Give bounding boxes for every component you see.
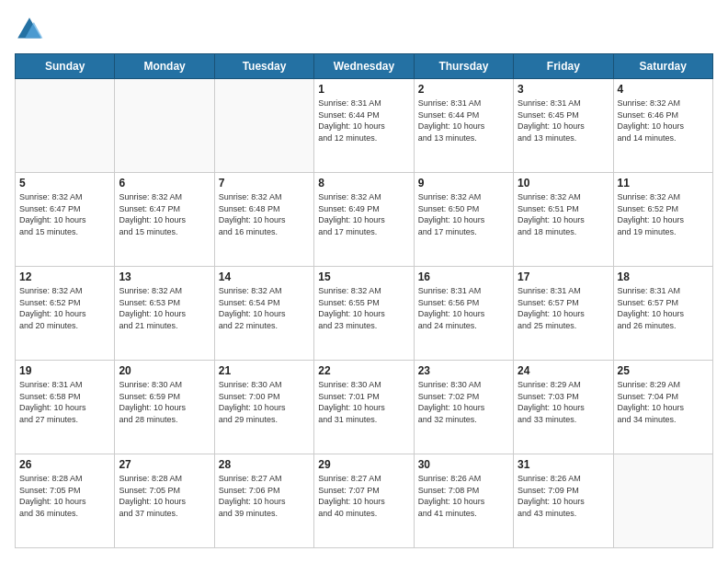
day-cell: 21Sunrise: 8:30 AMSunset: 7:00 PMDayligh… — [214, 361, 313, 454]
week-row-2: 12Sunrise: 8:32 AMSunset: 6:52 PMDayligh… — [16, 267, 713, 361]
day-info: Sunrise: 8:32 AMSunset: 6:47 PMDaylight:… — [119, 191, 210, 237]
day-info: Sunrise: 8:32 AMSunset: 6:49 PMDaylight:… — [318, 191, 409, 237]
day-info: Sunrise: 8:27 AMSunset: 7:06 PMDaylight:… — [219, 473, 310, 519]
day-number: 14 — [219, 270, 310, 283]
day-cell — [115, 79, 214, 173]
day-number: 8 — [318, 177, 409, 190]
day-info: Sunrise: 8:32 AMSunset: 6:48 PMDaylight:… — [219, 191, 310, 237]
day-number: 21 — [219, 364, 310, 377]
day-cell: 6Sunrise: 8:32 AMSunset: 6:47 PMDaylight… — [115, 173, 214, 267]
day-number: 25 — [618, 364, 709, 377]
day-cell: 28Sunrise: 8:27 AMSunset: 7:06 PMDayligh… — [214, 454, 313, 548]
day-cell: 5Sunrise: 8:32 AMSunset: 6:47 PMDaylight… — [16, 173, 115, 267]
day-cell: 25Sunrise: 8:29 AMSunset: 7:04 PMDayligh… — [613, 361, 712, 454]
day-number: 1 — [318, 83, 409, 96]
day-info: Sunrise: 8:29 AMSunset: 7:04 PMDaylight:… — [618, 379, 709, 425]
day-cell — [613, 454, 712, 548]
day-info: Sunrise: 8:28 AMSunset: 7:05 PMDaylight:… — [119, 473, 210, 519]
day-cell: 20Sunrise: 8:30 AMSunset: 6:59 PMDayligh… — [115, 361, 214, 454]
day-cell — [16, 79, 115, 173]
day-cell: 16Sunrise: 8:31 AMSunset: 6:56 PMDayligh… — [414, 267, 513, 361]
weekday-header-friday: Friday — [514, 54, 613, 79]
weekday-header-wednesday: Wednesday — [314, 54, 414, 79]
day-info: Sunrise: 8:32 AMSunset: 6:55 PMDaylight:… — [318, 285, 409, 331]
day-number: 29 — [318, 458, 409, 471]
day-info: Sunrise: 8:30 AMSunset: 7:02 PMDaylight:… — [418, 379, 509, 425]
day-info: Sunrise: 8:32 AMSunset: 6:54 PMDaylight:… — [219, 285, 310, 331]
day-cell: 14Sunrise: 8:32 AMSunset: 6:54 PMDayligh… — [214, 267, 313, 361]
day-info: Sunrise: 8:32 AMSunset: 6:50 PMDaylight:… — [418, 191, 509, 237]
day-cell: 30Sunrise: 8:26 AMSunset: 7:08 PMDayligh… — [414, 454, 513, 548]
day-number: 30 — [418, 458, 509, 471]
page: SundayMondayTuesdayWednesdayThursdayFrid… — [0, 0, 728, 563]
day-cell — [214, 79, 313, 173]
week-row-4: 26Sunrise: 8:28 AMSunset: 7:05 PMDayligh… — [16, 454, 713, 548]
weekday-header-saturday: Saturday — [613, 54, 712, 79]
day-cell: 18Sunrise: 8:31 AMSunset: 6:57 PMDayligh… — [613, 267, 712, 361]
day-info: Sunrise: 8:32 AMSunset: 6:52 PMDaylight:… — [19, 285, 110, 331]
day-cell: 19Sunrise: 8:31 AMSunset: 6:58 PMDayligh… — [16, 361, 115, 454]
day-cell: 24Sunrise: 8:29 AMSunset: 7:03 PMDayligh… — [514, 361, 613, 454]
weekday-header-monday: Monday — [115, 54, 214, 79]
day-number: 16 — [418, 270, 509, 283]
day-number: 23 — [418, 364, 509, 377]
day-info: Sunrise: 8:31 AMSunset: 6:44 PMDaylight:… — [418, 98, 509, 144]
day-cell: 15Sunrise: 8:32 AMSunset: 6:55 PMDayligh… — [314, 267, 414, 361]
day-cell: 12Sunrise: 8:32 AMSunset: 6:52 PMDayligh… — [16, 267, 115, 361]
day-cell: 8Sunrise: 8:32 AMSunset: 6:49 PMDaylight… — [314, 173, 414, 267]
day-number: 27 — [119, 458, 210, 471]
day-info: Sunrise: 8:31 AMSunset: 6:57 PMDaylight:… — [518, 285, 609, 331]
day-number: 13 — [119, 270, 210, 283]
day-info: Sunrise: 8:32 AMSunset: 6:53 PMDaylight:… — [119, 285, 210, 331]
day-number: 26 — [19, 458, 110, 471]
week-row-1: 5Sunrise: 8:32 AMSunset: 6:47 PMDaylight… — [16, 173, 713, 267]
day-cell: 29Sunrise: 8:27 AMSunset: 7:07 PMDayligh… — [314, 454, 414, 548]
day-info: Sunrise: 8:30 AMSunset: 6:59 PMDaylight:… — [119, 379, 210, 425]
day-number: 12 — [19, 270, 110, 283]
day-number: 4 — [618, 83, 709, 96]
day-cell: 22Sunrise: 8:30 AMSunset: 7:01 PMDayligh… — [314, 361, 414, 454]
day-number: 7 — [219, 177, 310, 190]
day-info: Sunrise: 8:31 AMSunset: 6:45 PMDaylight:… — [518, 98, 609, 144]
day-number: 10 — [518, 177, 609, 190]
header — [15, 15, 713, 44]
day-number: 15 — [318, 270, 409, 283]
day-number: 3 — [518, 83, 609, 96]
week-row-3: 19Sunrise: 8:31 AMSunset: 6:58 PMDayligh… — [16, 361, 713, 454]
day-cell: 13Sunrise: 8:32 AMSunset: 6:53 PMDayligh… — [115, 267, 214, 361]
day-number: 6 — [119, 177, 210, 190]
day-info: Sunrise: 8:32 AMSunset: 6:46 PMDaylight:… — [618, 98, 709, 144]
weekday-header-thursday: Thursday — [414, 54, 513, 79]
day-info: Sunrise: 8:31 AMSunset: 6:57 PMDaylight:… — [618, 285, 709, 331]
day-number: 2 — [418, 83, 509, 96]
day-number: 24 — [518, 364, 609, 377]
day-info: Sunrise: 8:28 AMSunset: 7:05 PMDaylight:… — [19, 473, 110, 519]
day-number: 5 — [19, 177, 110, 190]
day-cell: 31Sunrise: 8:26 AMSunset: 7:09 PMDayligh… — [514, 454, 613, 548]
day-info: Sunrise: 8:31 AMSunset: 6:44 PMDaylight:… — [318, 98, 409, 144]
logo — [15, 15, 48, 44]
day-info: Sunrise: 8:32 AMSunset: 6:47 PMDaylight:… — [19, 191, 110, 237]
day-info: Sunrise: 8:26 AMSunset: 7:09 PMDaylight:… — [518, 473, 609, 519]
day-number: 17 — [518, 270, 609, 283]
day-info: Sunrise: 8:32 AMSunset: 6:51 PMDaylight:… — [518, 191, 609, 237]
day-cell: 23Sunrise: 8:30 AMSunset: 7:02 PMDayligh… — [414, 361, 513, 454]
day-cell: 4Sunrise: 8:32 AMSunset: 6:46 PMDaylight… — [613, 79, 712, 173]
day-number: 20 — [119, 364, 210, 377]
day-number: 18 — [618, 270, 709, 283]
day-cell: 17Sunrise: 8:31 AMSunset: 6:57 PMDayligh… — [514, 267, 613, 361]
day-cell: 3Sunrise: 8:31 AMSunset: 6:45 PMDaylight… — [514, 79, 613, 173]
day-number: 22 — [318, 364, 409, 377]
day-cell: 1Sunrise: 8:31 AMSunset: 6:44 PMDaylight… — [314, 79, 414, 173]
day-info: Sunrise: 8:32 AMSunset: 6:52 PMDaylight:… — [618, 191, 709, 237]
day-number: 28 — [219, 458, 310, 471]
week-row-0: 1Sunrise: 8:31 AMSunset: 6:44 PMDaylight… — [16, 79, 713, 173]
day-cell: 2Sunrise: 8:31 AMSunset: 6:44 PMDaylight… — [414, 79, 513, 173]
weekday-header-row: SundayMondayTuesdayWednesdayThursdayFrid… — [16, 54, 713, 79]
day-number: 9 — [418, 177, 509, 190]
weekday-header-tuesday: Tuesday — [214, 54, 313, 79]
day-info: Sunrise: 8:27 AMSunset: 7:07 PMDaylight:… — [318, 473, 409, 519]
logo-icon — [15, 15, 44, 44]
day-cell: 7Sunrise: 8:32 AMSunset: 6:48 PMDaylight… — [214, 173, 313, 267]
day-info: Sunrise: 8:30 AMSunset: 7:00 PMDaylight:… — [219, 379, 310, 425]
